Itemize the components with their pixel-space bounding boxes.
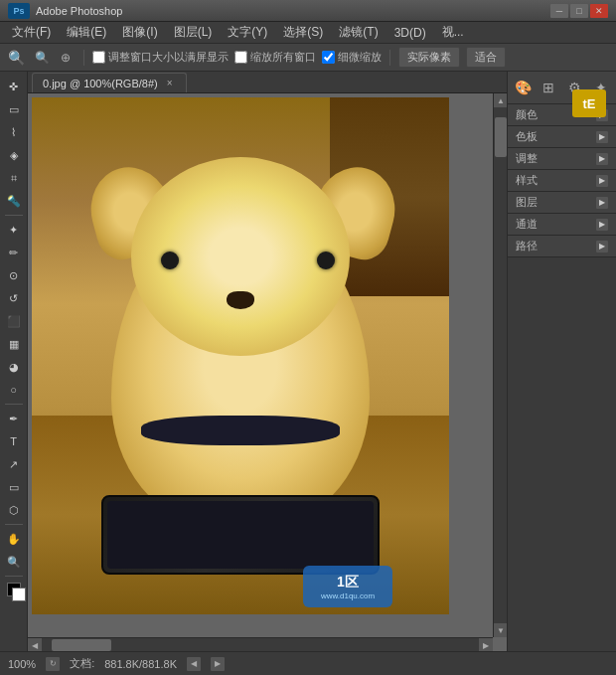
canvas-area: 0.jpg @ 100%(RGB/8#) × [28, 72, 507, 651]
title-bar-controls: ─ □ ✕ [550, 4, 608, 18]
scrubby-zoom-option[interactable]: 细微缩放 [322, 50, 382, 65]
tab-label: 0.jpg @ 100%(RGB/8#) [43, 78, 158, 89]
title-bar: Ps Adobe Photoshop ─ □ ✕ [0, 0, 616, 22]
zoom-tool[interactable]: 🔍 [2, 551, 26, 573]
title-bar-left: Ps Adobe Photoshop [8, 3, 122, 19]
maximize-button[interactable]: □ [570, 4, 588, 18]
close-button[interactable]: ✕ [590, 4, 608, 18]
watermark-inner: 1区 www.d1qu.com [321, 574, 375, 600]
watermark: 1区 www.d1qu.com [303, 566, 392, 607]
resize-window-checkbox[interactable] [92, 51, 105, 64]
styles-section: 样式 ▶ [508, 170, 616, 192]
menu-filter[interactable]: 滤镜(T) [331, 22, 385, 43]
tab-bar: 0.jpg @ 100%(RGB/8#) × [28, 72, 507, 93]
menu-file[interactable]: 文件(F) [4, 22, 59, 43]
history-brush-tool[interactable]: ↺ [2, 287, 26, 309]
zoom-out-icon[interactable]: 🔍 [32, 48, 52, 68]
brush-tool[interactable]: ✏ [2, 242, 26, 263]
rectangle-tool[interactable]: ▭ [2, 476, 26, 498]
color-label: 颜色 [516, 107, 538, 122]
search-icon[interactable]: 🔍 [6, 48, 26, 68]
opts-search-group: 🔍 [6, 48, 26, 68]
hand-tool[interactable]: ✋ [2, 528, 26, 550]
menu-layer[interactable]: 图层(L) [166, 22, 221, 43]
te-badge: tE [572, 89, 606, 117]
lasso-tool[interactable]: ⌇ [2, 121, 26, 143]
minimize-button[interactable]: ─ [550, 4, 568, 18]
gradient-tool[interactable]: ▦ [2, 333, 26, 355]
vertical-scrollbar[interactable]: ▲ ▼ [493, 93, 507, 637]
layers-section: 图层 ▶ [508, 192, 616, 214]
fit-button[interactable]: 适合 [466, 47, 506, 68]
menu-3d[interactable]: 3D(D) [386, 24, 434, 42]
swatches-expand-btn[interactable]: ▶ [596, 131, 608, 143]
next-frame-btn[interactable]: ▶ [211, 657, 225, 671]
menu-image[interactable]: 图像(I) [114, 22, 165, 43]
scroll-thumb-h[interactable] [52, 639, 111, 651]
foreground-color[interactable] [2, 580, 26, 601]
swatches-section-header[interactable]: 色板 ▶ [508, 126, 616, 147]
channels-section: 通道 ▶ [508, 214, 616, 236]
scroll-track-v[interactable] [494, 107, 507, 623]
rotate-info-btn[interactable]: ↻ [46, 657, 60, 671]
horizontal-scrollbar[interactable]: ◀ ▶ [28, 637, 493, 651]
eraser-tool[interactable]: ⬛ [2, 310, 26, 332]
adjustments-expand-btn[interactable]: ▶ [596, 153, 608, 165]
quick-select-tool[interactable]: ◈ [2, 144, 26, 166]
watermark-logo: 1区 [321, 574, 375, 591]
color-panel-icon[interactable]: 🎨 [510, 76, 536, 99]
scroll-down-button[interactable]: ▼ [494, 623, 507, 637]
menu-select[interactable]: 选择(S) [275, 22, 331, 43]
zoom-all-option[interactable]: 缩放所有窗口 [234, 50, 316, 65]
3d-tool[interactable]: ⬡ [2, 499, 26, 521]
eyedropper-tool[interactable]: 🔦 [2, 190, 26, 212]
styles-label: 样式 [516, 173, 538, 188]
tool-separator-4 [5, 576, 23, 577]
type-tool[interactable]: T [2, 430, 26, 452]
crop-tool[interactable]: ⌗ [2, 167, 26, 189]
scroll-left-button[interactable]: ◀ [28, 638, 42, 651]
channels-section-header[interactable]: 通道 ▶ [508, 214, 616, 235]
dog-eye-right [317, 252, 335, 269]
path-select-tool[interactable]: ↗ [2, 453, 26, 475]
zoom-in-icon[interactable]: ⊕ [56, 48, 76, 68]
pen-tool[interactable]: ✒ [2, 408, 26, 429]
move-tool[interactable]: ✜ [2, 76, 26, 97]
scroll-up-button[interactable]: ▲ [494, 93, 507, 107]
adjustments-label: 调整 [516, 151, 538, 166]
adjustments-section-header[interactable]: 调整 ▶ [508, 148, 616, 169]
scroll-track-h[interactable] [42, 638, 479, 651]
scroll-thumb-v[interactable] [495, 117, 507, 157]
clone-stamp-tool[interactable]: ⊙ [2, 264, 26, 286]
heal-tool[interactable]: ✦ [2, 219, 26, 241]
zoom-all-checkbox[interactable] [234, 51, 247, 64]
prev-frame-btn[interactable]: ◀ [187, 657, 201, 671]
layers-section-header[interactable]: 图层 ▶ [508, 192, 616, 213]
menu-view[interactable]: 视... [434, 22, 472, 43]
menu-edit[interactable]: 编辑(E) [59, 22, 114, 43]
dog-eye-left [161, 252, 179, 269]
layers-expand-btn[interactable]: ▶ [596, 197, 608, 209]
actual-pixels-button[interactable]: 实际像素 [398, 47, 460, 68]
blur-tool[interactable]: ◕ [2, 356, 26, 378]
scroll-right-button[interactable]: ▶ [479, 638, 493, 651]
swatches-panel-icon[interactable]: ⊞ [536, 76, 561, 99]
scrubby-zoom-checkbox[interactable] [322, 51, 335, 64]
canvas-tab-0[interactable]: 0.jpg @ 100%(RGB/8#) × [32, 73, 187, 92]
resize-window-option[interactable]: 调整窗口大小以满屏显示 [92, 50, 229, 65]
styles-section-header[interactable]: 样式 ▶ [508, 170, 616, 191]
dodge-tool[interactable]: ○ [2, 379, 26, 401]
paths-section-header[interactable]: 路径 ▶ [508, 236, 616, 256]
styles-expand-btn[interactable]: ▶ [596, 175, 608, 187]
select-rect-tool[interactable]: ▭ [2, 98, 26, 120]
file-info-label: 文档: [70, 656, 94, 671]
channels-expand-btn[interactable]: ▶ [596, 219, 608, 231]
main-area: ✜ ▭ ⌇ ◈ ⌗ 🔦 ✦ ✏ ⊙ ↺ ⬛ ▦ ◕ ○ ✒ T ↗ ▭ ⬡ ✋ … [0, 72, 616, 651]
right-panel: 🎨 ⊞ ⚙ ✦ 颜色 ▶ 色板 ▶ 调整 ▶ 样式 [507, 72, 616, 651]
tab-close-button[interactable]: × [164, 78, 176, 89]
left-toolbar: ✜ ▭ ⌇ ◈ ⌗ 🔦 ✦ ✏ ⊙ ↺ ⬛ ▦ ◕ ○ ✒ T ↗ ▭ ⬡ ✋ … [0, 72, 28, 651]
image-viewport[interactable] [32, 97, 489, 633]
paths-expand-btn[interactable]: ▶ [596, 241, 608, 253]
separator-2 [389, 50, 390, 66]
menu-type[interactable]: 文字(Y) [220, 22, 275, 43]
